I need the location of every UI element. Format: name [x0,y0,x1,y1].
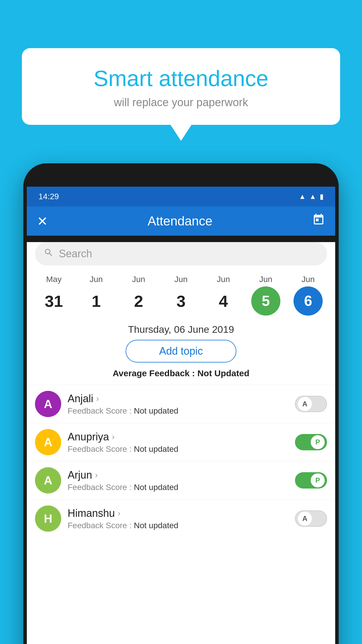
student-item[interactable]: AAnjali ›Feedback Score : Not updatedA [27,385,335,423]
student-name: Himanshu › [68,507,289,519]
top-bar: ✕ Attendance [27,206,335,236]
feedback-score: Feedback Score : Not updated [68,521,289,530]
search-bar[interactable]: Search [35,242,327,265]
avg-feedback-value: Not Updated [197,368,249,378]
student-item[interactable]: AAnupriya ›Feedback Score : Not updatedP [27,423,335,461]
phone-container: 14:29 ▲ ▲ ▮ ✕ Attendance [23,163,339,644]
cal-month-label: Jun [132,275,145,284]
calendar-button[interactable] [312,213,325,229]
attendance-toggle[interactable]: A [295,510,327,527]
student-info: Anjali ›Feedback Score : Not updated [68,393,289,416]
calendar-column[interactable]: Jun3 [165,275,197,316]
close-button[interactable]: ✕ [37,214,48,229]
cal-month-label: Jun [174,275,187,284]
avg-feedback-label: Average Feedback : [113,368,195,378]
cal-day-number: 1 [82,286,111,316]
calendar-column[interactable]: Jun5 [250,275,282,316]
bubble-title: Smart attendance [36,66,326,91]
avatar: A [35,429,61,455]
calendar-strip: May31Jun1Jun2Jun3Jun4Jun5Jun6 [27,272,335,318]
avg-feedback: Average Feedback : Not Updated [27,368,335,378]
cal-month-label: Jun [259,275,272,284]
student-info: Anupriya ›Feedback Score : Not updated [68,431,289,454]
cal-day-number: 4 [209,286,238,316]
bubble-subtitle: will replace your paperwork [36,96,326,109]
cal-day-number: 2 [124,286,153,316]
student-info: Arjun ›Feedback Score : Not updated [68,469,289,492]
phone-content: Search May31Jun1Jun2Jun3Jun4Jun5Jun6 Thu… [27,242,335,644]
chevron-icon: › [118,509,120,518]
phone-screen: 14:29 ▲ ▲ ▮ ✕ Attendance [27,187,335,644]
student-item[interactable]: AArjun ›Feedback Score : Not updatedP [27,461,335,499]
chevron-icon: › [96,394,99,403]
attendance-toggle[interactable]: A [295,396,327,412]
student-info: Himanshu ›Feedback Score : Not updated [68,507,289,530]
battery-icon: ▮ [320,192,324,201]
wifi-icon: ▲ [299,192,306,201]
phone: 14:29 ▲ ▲ ▮ ✕ Attendance [23,163,339,644]
attendance-toggle[interactable]: P [295,472,327,489]
chevron-icon: › [95,470,98,480]
feedback-score: Feedback Score : Not updated [68,483,289,492]
cal-month-label: Jun [302,275,315,284]
cal-month-label: Jun [90,275,103,284]
toggle-container[interactable]: P [295,434,327,450]
notch [166,163,196,174]
toggle-circle: P [311,473,325,487]
calendar-column[interactable]: May31 [38,275,70,316]
toggle-container[interactable]: A [295,510,327,527]
status-icons: ▲ ▲ ▮ [299,192,324,201]
selected-date: Thursday, 06 June 2019 [27,324,335,335]
cal-day-number: 31 [39,286,68,316]
avatar: A [35,391,61,417]
phone-top [23,163,339,187]
search-icon [44,248,54,260]
calendar-column[interactable]: Jun1 [80,275,112,316]
cal-day-number: 5 [251,286,280,316]
student-name: Anjali › [68,393,289,405]
calendar-column[interactable]: Jun6 [292,275,324,316]
toggle-circle: A [298,397,312,411]
search-placeholder: Search [59,248,92,260]
calendar-column[interactable]: Jun4 [207,275,239,316]
student-item[interactable]: HHimanshu ›Feedback Score : Not updatedA [27,499,335,538]
status-bar: 14:29 ▲ ▲ ▮ [27,187,335,206]
cal-day-number: 6 [294,286,323,316]
avatar: H [35,505,61,532]
avatar: A [35,467,61,494]
speech-bubble: Smart attendance will replace your paper… [22,48,340,125]
calendar-column[interactable]: Jun2 [123,275,155,316]
cal-month-label: Jun [217,275,230,284]
student-name: Anupriya › [68,431,289,443]
status-time: 14:29 [38,192,59,201]
student-list: AAnjali ›Feedback Score : Not updatedAAA… [27,385,335,538]
cal-day-number: 3 [166,286,196,316]
cal-month-label: May [46,275,61,284]
chevron-icon: › [112,432,115,442]
toggle-container[interactable]: A [295,396,327,412]
signal-icon: ▲ [309,192,316,201]
toggle-circle: P [311,435,325,449]
feedback-score: Feedback Score : Not updated [68,444,289,454]
feedback-score: Feedback Score : Not updated [68,406,289,416]
add-topic-button[interactable]: Add topic [126,340,236,363]
attendance-toggle[interactable]: P [295,434,327,450]
page-title: Attendance [147,214,212,228]
toggle-container[interactable]: P [295,472,327,489]
student-name: Arjun › [68,469,289,481]
toggle-circle: A [298,512,312,526]
